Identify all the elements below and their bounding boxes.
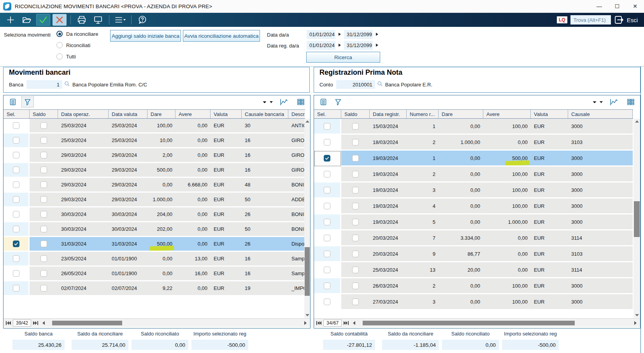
table-row[interactable]: 19/03/202440,00100,00EUR3000 xyxy=(314,198,633,214)
first-page-button[interactable] xyxy=(316,320,322,326)
column-header[interactable]: Valuta xyxy=(211,110,242,118)
table-row[interactable]: 25/03/20241320,000,00EUR3114 xyxy=(314,262,633,278)
row-select-checkbox[interactable] xyxy=(13,167,19,173)
close-button[interactable]: ✕ xyxy=(626,0,644,12)
left-vertical-scrollbar[interactable] xyxy=(304,119,310,318)
row-select-checkbox[interactable] xyxy=(324,267,330,273)
column-header[interactable]: Causale bancaria xyxy=(242,110,288,118)
right-vertical-scrollbar[interactable] xyxy=(633,119,640,318)
grid-filter-button[interactable] xyxy=(21,97,34,107)
row-select-checkbox[interactable] xyxy=(324,251,330,257)
search-button[interactable]: Ricerca xyxy=(306,52,380,63)
scroll-up-arrow[interactable] xyxy=(304,119,310,124)
table-row[interactable]: 29/03/202429/03/2024500,000,00EUR16GIROC… xyxy=(4,163,305,178)
row-select-checkbox[interactable] xyxy=(324,123,330,130)
column-header[interactable]: Data operaz. xyxy=(58,110,109,118)
column-header[interactable]: Avere xyxy=(175,110,211,118)
radio-tutti[interactable]: Tutti xyxy=(56,53,76,60)
row-select-checkbox[interactable] xyxy=(13,226,19,232)
row-select-checkbox[interactable] xyxy=(324,187,330,193)
confirm-button[interactable] xyxy=(36,14,50,26)
grid-columns-button[interactable] xyxy=(625,97,637,107)
exit-button[interactable]: Esci xyxy=(614,15,642,25)
column-header[interactable]: Descr. movi xyxy=(288,110,305,118)
menu-button[interactable] xyxy=(113,14,127,26)
find-input[interactable]: Trova (Alt+F1) xyxy=(570,15,611,25)
grid-columns-button[interactable] xyxy=(295,97,307,107)
row-saldo-checkbox[interactable] xyxy=(352,235,359,241)
grid-export-button[interactable] xyxy=(591,98,603,106)
table-row[interactable]: 29/03/202429/03/20240,006.668,00EUR48BON… xyxy=(4,178,305,193)
column-header[interactable]: Sel. xyxy=(314,110,341,118)
row-saldo-checkbox[interactable] xyxy=(40,285,47,292)
print-button[interactable] xyxy=(75,14,89,26)
table-row[interactable]: 27/03/202430,00100,00EUR3000 xyxy=(314,294,633,310)
row-select-checkbox[interactable] xyxy=(13,241,19,247)
scroll-right-arrow[interactable] xyxy=(302,320,309,326)
row-saldo-checkbox[interactable] xyxy=(352,299,359,305)
row-saldo-checkbox[interactable] xyxy=(40,255,47,262)
cancel-button[interactable] xyxy=(53,14,67,26)
table-row[interactable]: 30/03/202430/03/2024204,000,00EUR26BONIF… xyxy=(4,207,305,222)
row-select-checkbox[interactable] xyxy=(13,270,19,277)
add-initial-balance-button[interactable]: Aggiungi saldo iniziale banca xyxy=(110,30,181,42)
column-header[interactable]: Sel. xyxy=(4,110,30,118)
column-header[interactable]: Dare xyxy=(147,110,175,118)
table-row[interactable]: 31/03/202431/03/2024500,000,00EUR26Dispo… xyxy=(4,237,305,252)
column-header[interactable]: Avere xyxy=(483,110,531,118)
row-saldo-checkbox[interactable] xyxy=(40,181,47,188)
help-button[interactable] xyxy=(135,14,149,26)
date-to-field[interactable]: 31/12/2099 xyxy=(344,30,373,39)
row-select-checkbox[interactable] xyxy=(13,285,19,292)
row-select-checkbox[interactable] xyxy=(13,137,19,144)
radio-riconciliati[interactable]: Riconciliati xyxy=(56,42,90,48)
table-row[interactable]: 15/03/202410,00100,00EUR3000 xyxy=(314,119,633,135)
row-saldo-checkbox[interactable] xyxy=(40,137,47,144)
table-row[interactable]: 26/05/202401/01/19000,0016,00EUR16Sample xyxy=(4,267,305,281)
scroll-down-arrow[interactable] xyxy=(304,313,310,318)
row-select-checkbox[interactable] xyxy=(13,152,19,158)
row-saldo-checkbox[interactable] xyxy=(40,196,47,203)
maximize-button[interactable]: ☐ xyxy=(608,0,626,12)
row-select-checkbox[interactable] xyxy=(324,219,330,225)
row-saldo-checkbox[interactable] xyxy=(40,167,47,173)
table-row[interactable]: 29/03/202429/03/20242,000,00EUR16GIROCOI xyxy=(4,148,305,163)
table-row[interactable]: 25/03/202425/03/2024100,000,00EUR30ANTIC… xyxy=(4,119,305,133)
table-row[interactable]: 19/03/202420,00100,00EUR3000 xyxy=(314,167,633,183)
new-button[interactable] xyxy=(4,14,18,26)
row-select-checkbox[interactable] xyxy=(324,171,330,177)
scrollbar-thumb[interactable] xyxy=(52,321,122,325)
row-saldo-checkbox[interactable] xyxy=(352,171,359,177)
table-row[interactable]: 29/03/202429/03/20241.000,000,00EUR50ADD… xyxy=(4,193,305,207)
row-select-checkbox[interactable] xyxy=(324,203,330,209)
grid-export-button[interactable] xyxy=(261,98,273,106)
row-select-checkbox[interactable] xyxy=(13,196,19,203)
table-row[interactable]: 26/03/202420,00100,00EUR3000 xyxy=(314,278,633,294)
date-picker-caret-icon[interactable] xyxy=(376,33,378,36)
row-select-checkbox[interactable] xyxy=(324,155,330,162)
reg-date-from-field[interactable]: 01/01/2024 xyxy=(307,41,335,50)
last-page-button[interactable] xyxy=(33,320,39,326)
row-saldo-checkbox[interactable] xyxy=(40,270,47,277)
table-row[interactable]: 23/05/202401/01/19000,0013,00EUR16Sample xyxy=(4,252,305,267)
start-auto-reconciliation-button[interactable]: Avvia riconciliazione automatica xyxy=(183,30,260,42)
column-header[interactable]: Valuta xyxy=(531,110,568,118)
row-saldo-checkbox[interactable] xyxy=(352,187,359,193)
search-lookup-icon[interactable] xyxy=(377,81,383,88)
table-row[interactable]: 25/03/202425/03/202410,000,00EUR16GIROCO… xyxy=(4,133,305,148)
row-saldo-checkbox[interactable] xyxy=(352,283,359,289)
scroll-left-arrow[interactable] xyxy=(351,320,357,326)
scrollbar-thumb[interactable] xyxy=(363,321,575,325)
row-saldo-checkbox[interactable] xyxy=(352,267,359,273)
column-header[interactable]: Saldo xyxy=(341,110,370,118)
table-row[interactable]: 20/03/202473.334,000,00EUR3114 xyxy=(314,230,633,246)
table-row[interactable]: 30/03/202430/03/2024202,000,00EUR50BONIF… xyxy=(4,222,305,237)
column-header[interactable]: Saldo xyxy=(30,110,58,118)
reg-date-to-field[interactable]: 31/12/2099 xyxy=(344,41,373,50)
table-row[interactable]: 20/03/2024986,770,00EUR3103 xyxy=(314,246,633,262)
row-select-checkbox[interactable] xyxy=(324,235,330,241)
row-select-checkbox[interactable] xyxy=(324,299,330,305)
grid-list-view-button[interactable] xyxy=(317,97,330,107)
date-picker-caret-icon[interactable] xyxy=(339,44,341,47)
date-picker-caret-icon[interactable] xyxy=(339,33,341,36)
